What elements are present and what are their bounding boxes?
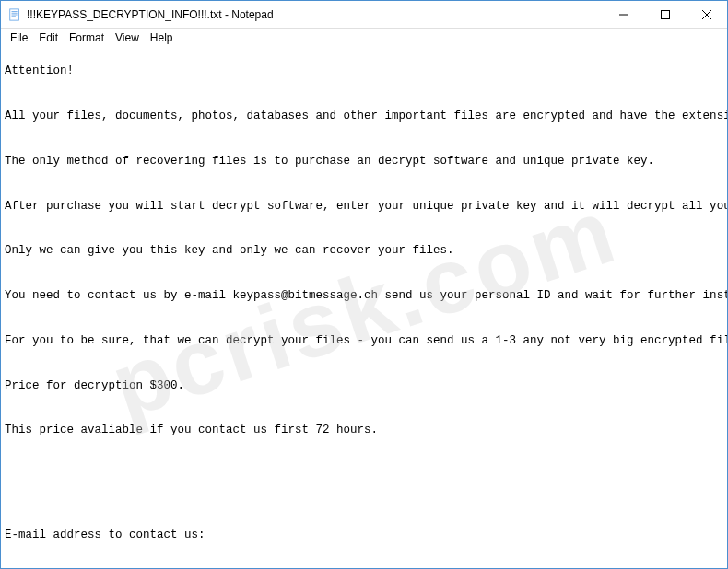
window-controls (603, 1, 727, 28)
notepad-icon (8, 8, 21, 21)
text-line: For you to be sure, that we can decrypt … (5, 333, 723, 348)
text-line: Attention! (5, 64, 723, 78)
text-line: After purchase you will start decrypt so… (5, 199, 723, 214)
menu-help[interactable]: Help (145, 30, 179, 45)
svg-rect-6 (661, 10, 669, 18)
text-line: The only method of recovering files is t… (5, 154, 723, 168)
text-line: All your files, documents, photos, datab… (5, 109, 723, 123)
notepad-window: !!!KEYPASS_DECRYPTION_INFO!!!.txt - Note… (0, 0, 728, 569)
text-line: You need to contact us by e-mail keypass… (5, 288, 723, 303)
text-line: This price avaliable if you contact us f… (5, 423, 723, 437)
minimize-button[interactable] (603, 1, 644, 28)
text-line: E-mail address to contact us: (5, 528, 723, 542)
maximize-button[interactable] (644, 1, 686, 28)
menu-edit[interactable]: Edit (33, 30, 64, 45)
menubar: File Edit Format View Help (1, 29, 727, 47)
menu-view[interactable]: View (110, 30, 145, 45)
menu-file[interactable]: File (5, 30, 33, 45)
close-button[interactable] (686, 1, 727, 28)
text-line: Only we can give you this key and only w… (5, 243, 723, 258)
text-line: Price for decryption $300. (5, 378, 723, 393)
text-area[interactable]: Attention! All your files, documents, ph… (1, 47, 727, 568)
window-title: !!!KEYPASS_DECRYPTION_INFO!!!.txt - Note… (27, 8, 603, 21)
menu-format[interactable]: Format (64, 30, 110, 45)
titlebar: !!!KEYPASS_DECRYPTION_INFO!!!.txt - Note… (1, 1, 727, 29)
